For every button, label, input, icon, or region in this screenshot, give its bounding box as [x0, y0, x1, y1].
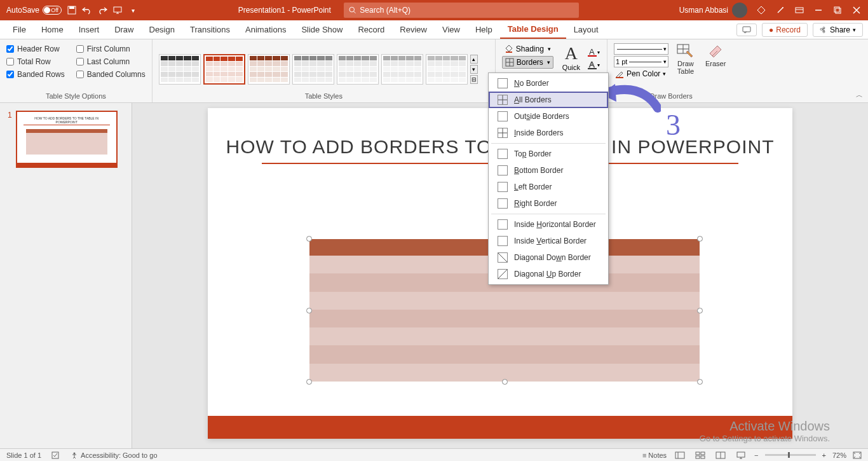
redo-icon[interactable]: [97, 5, 107, 15]
fit-to-window-icon[interactable]: [853, 451, 862, 459]
tab-animations[interactable]: Animations: [238, 20, 294, 39]
user-account[interactable]: Usman Abbasi: [679, 3, 747, 18]
dd-all-borders[interactable]: All Borders: [489, 92, 608, 108]
chk-total-row[interactable]: Total Row: [6, 57, 65, 66]
tab-insert[interactable]: Insert: [71, 20, 107, 39]
search-input[interactable]: [360, 6, 574, 15]
dd-outside-borders[interactable]: Outside Borders: [489, 108, 608, 125]
borders-button[interactable]: Borders▾: [502, 56, 553, 69]
inside-borders-icon: [498, 128, 508, 138]
table-style-thumb[interactable]: [248, 54, 290, 85]
reading-view-icon[interactable]: [714, 451, 728, 459]
diamond-icon[interactable]: [756, 5, 766, 15]
text-fill-button[interactable]: A▾: [587, 47, 600, 57]
tab-file[interactable]: File: [5, 20, 34, 39]
tab-layout[interactable]: Layout: [566, 20, 606, 39]
collapse-ribbon-icon[interactable]: ︿: [856, 90, 863, 100]
chk-banded-columns[interactable]: Banded Columns: [76, 70, 146, 79]
gallery-scroll-up-icon[interactable]: ▴: [470, 55, 478, 64]
share-button[interactable]: Share▾: [813, 23, 863, 37]
svg-text:▾: ▾: [597, 62, 600, 68]
resize-handle[interactable]: [697, 236, 703, 242]
wand-icon[interactable]: [775, 5, 785, 15]
diag-up-icon: [498, 269, 508, 279]
dd-diagonal-up[interactable]: Diagonal Up Border: [489, 266, 608, 282]
zoom-slider[interactable]: [765, 454, 816, 456]
borders-dropdown: NNo Bordero Border All Borders Outside B…: [488, 72, 609, 285]
slideshow-view-icon[interactable]: [734, 451, 748, 459]
zoom-level[interactable]: 72%: [832, 451, 846, 459]
tab-help[interactable]: Help: [468, 20, 500, 39]
comments-button[interactable]: [736, 24, 757, 36]
dd-inside-horizontal[interactable]: Inside Horizontal Border: [489, 216, 608, 233]
undo-icon[interactable]: [82, 5, 92, 15]
search-box[interactable]: [344, 3, 579, 18]
zoom-out-icon[interactable]: −: [754, 451, 758, 459]
tab-view[interactable]: View: [435, 20, 468, 39]
record-button[interactable]: Record: [762, 23, 808, 37]
dd-bottom-border[interactable]: Bottom Border: [489, 162, 608, 179]
resize-handle[interactable]: [306, 308, 312, 313]
svg-line-4: [353, 11, 355, 13]
dd-left-border[interactable]: Left Border: [489, 179, 608, 195]
zoom-in-icon[interactable]: +: [822, 451, 826, 459]
resize-handle[interactable]: [502, 379, 508, 385]
tab-transitions[interactable]: Transitions: [182, 20, 238, 39]
qat-more-icon[interactable]: ▾: [128, 5, 138, 15]
tab-home[interactable]: Home: [34, 20, 71, 39]
tab-design[interactable]: Design: [142, 20, 182, 39]
maximize-icon[interactable]: [832, 5, 843, 15]
resize-handle[interactable]: [697, 379, 703, 385]
tab-record[interactable]: Record: [350, 20, 392, 39]
dd-top-border[interactable]: Top Border: [489, 146, 608, 162]
slide-thumbnail[interactable]: HOW TO ADD BORDERS TO THE TABLE IN POWER…: [16, 111, 118, 168]
chk-banded-rows[interactable]: Banded Rows: [6, 70, 65, 79]
gallery-scroll-down-icon[interactable]: ▾: [470, 65, 478, 74]
shading-button[interactable]: Shading▾: [502, 43, 553, 55]
tab-review[interactable]: Review: [392, 20, 435, 39]
normal-view-icon[interactable]: [673, 451, 687, 459]
chk-last-column[interactable]: Last Column: [76, 57, 146, 66]
resize-handle[interactable]: [697, 308, 703, 313]
table-style-thumb[interactable]: [159, 54, 201, 85]
quick-styles-button[interactable]: A Quick: [562, 45, 580, 71]
autosave-toggle[interactable]: AutoSave Off: [6, 6, 62, 15]
chk-first-column[interactable]: First Column: [76, 45, 146, 53]
tab-table-design[interactable]: Table Design: [500, 20, 566, 39]
tab-draw[interactable]: Draw: [107, 20, 141, 39]
pen-style-select[interactable]: ▾: [614, 43, 668, 55]
present-icon[interactable]: [112, 5, 123, 15]
draw-table-button[interactable]: Draw Table: [674, 42, 698, 75]
dd-inside-vertical[interactable]: Inside Vertical Border: [489, 233, 608, 249]
dd-right-border[interactable]: Right Border: [489, 195, 608, 212]
text-outline-button[interactable]: A▾: [587, 60, 600, 70]
tab-slideshow[interactable]: Slide Show: [294, 20, 350, 39]
close-icon[interactable]: [851, 5, 862, 15]
group-label-draw-borders: Draw Borders: [614, 92, 728, 101]
eraser-button[interactable]: Eraser: [703, 42, 728, 67]
dd-no-border[interactable]: NNo Bordero Border: [489, 75, 608, 92]
pen-weight-select[interactable]: 1 pt▾: [614, 56, 668, 67]
save-icon[interactable]: [67, 5, 77, 15]
table-style-thumb[interactable]: [426, 54, 468, 85]
table-style-thumb[interactable]: [337, 54, 379, 85]
slide-sorter-icon[interactable]: [693, 451, 707, 459]
svg-rect-38: [675, 452, 684, 458]
resize-handle[interactable]: [306, 379, 312, 385]
spell-check-icon[interactable]: [51, 451, 60, 459]
ribbon-mode-icon[interactable]: [794, 5, 804, 15]
dd-diagonal-down[interactable]: Diagonal Down Border: [489, 249, 608, 266]
dd-inside-borders[interactable]: Inside Borders: [489, 125, 608, 141]
minimize-icon[interactable]: [813, 5, 824, 15]
chk-header-row[interactable]: Header Row: [6, 45, 65, 53]
table-style-thumb[interactable]: [381, 54, 423, 85]
table-style-thumb[interactable]: [203, 54, 245, 85]
accessibility-status[interactable]: Accessibility: Good to go: [71, 451, 157, 459]
svg-rect-7: [796, 8, 803, 13]
resize-handle[interactable]: [306, 236, 312, 242]
table-style-thumb[interactable]: [292, 54, 334, 85]
ribbon: Header Row Total Row Banded Rows First C…: [0, 39, 868, 103]
gallery-more-icon[interactable]: ⊟: [470, 75, 478, 84]
notes-button[interactable]: ≡ Notes: [642, 451, 667, 459]
pen-color-button[interactable]: Pen Color▾: [614, 69, 668, 79]
